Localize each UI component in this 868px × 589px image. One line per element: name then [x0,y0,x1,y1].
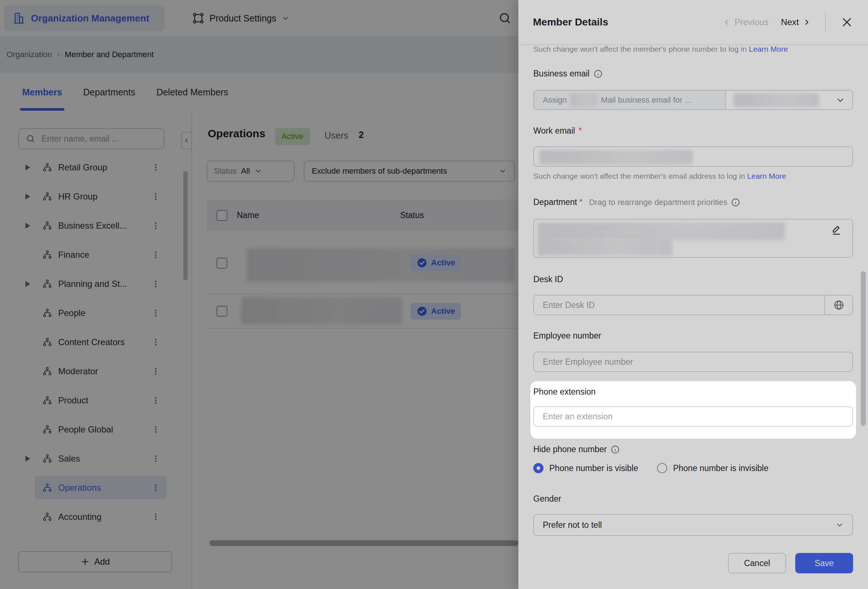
phone-extension-spotlight: Phone extension [530,381,856,439]
member-details-panel: Member Details Previous Next [518,0,868,589]
phone-extension-label: Phone extension [533,387,595,397]
backdrop-overlay [0,0,518,589]
phone-extension-input[interactable] [534,412,852,422]
page-content: Organization Management Product Settings [0,0,518,589]
phone-extension-field[interactable] [533,406,853,427]
app-root: Organization Management Product Settings [0,0,868,589]
spotlight-dim-overlay [518,0,868,589]
